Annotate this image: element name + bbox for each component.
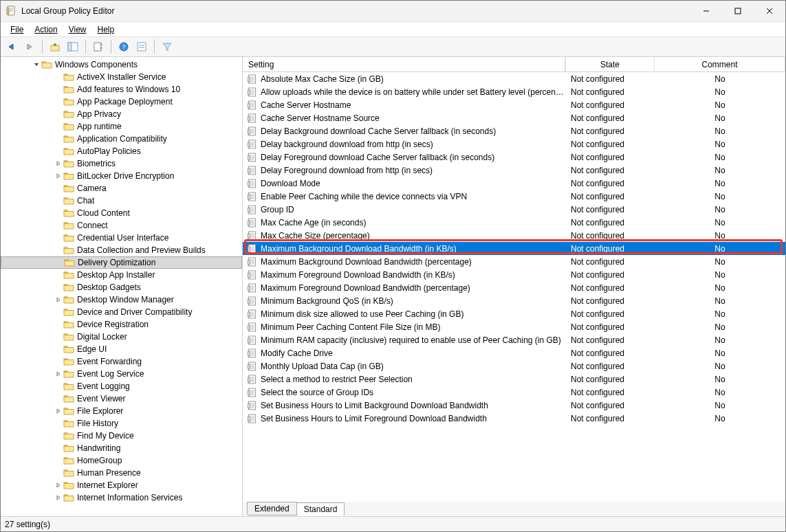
tree-node[interactable]: Chat bbox=[1, 195, 242, 207]
tree-node[interactable]: Biometrics bbox=[1, 157, 242, 170]
tree-node[interactable]: Credential User Interface bbox=[1, 232, 242, 244]
menu-file[interactable]: File bbox=[5, 23, 29, 36]
tree-node[interactable]: BitLocker Drive Encryption bbox=[1, 170, 242, 182]
policy-row[interactable]: Maximum Background Download Bandwidth (i… bbox=[243, 242, 785, 255]
chevron-right-icon[interactable] bbox=[54, 495, 63, 500]
tree-node[interactable]: ActiveX Installer Service bbox=[1, 71, 242, 83]
policy-row[interactable]: Minimum disk size allowed to use Peer Ca… bbox=[243, 307, 785, 320]
policy-row[interactable]: Minimum RAM capacity (inclusive) require… bbox=[243, 333, 785, 346]
tree-node[interactable]: Connect bbox=[1, 219, 242, 232]
policy-row[interactable]: Minimum Background QoS (in KB/s)Not conf… bbox=[243, 294, 785, 307]
policy-row[interactable]: Maximum Foreground Download Bandwidth (p… bbox=[243, 281, 785, 294]
tab-extended[interactable]: Extended bbox=[247, 502, 297, 516]
policy-row[interactable]: Set Business Hours to Limit Background D… bbox=[243, 399, 785, 412]
tab-standard[interactable]: Standard bbox=[296, 502, 345, 516]
tree-node[interactable]: Event Forwarding bbox=[1, 355, 242, 368]
tree-node[interactable]: AutoPlay Policies bbox=[1, 145, 242, 157]
tree-node[interactable]: Delivery Optimization bbox=[1, 256, 242, 269]
chevron-right-icon[interactable] bbox=[54, 161, 63, 166]
app-icon bbox=[6, 5, 17, 16]
policy-row[interactable]: Maximum Background Download Bandwidth (p… bbox=[243, 255, 785, 268]
tree-node[interactable]: Data Collection and Preview Builds bbox=[1, 244, 242, 256]
minimize-button[interactable] bbox=[690, 1, 722, 21]
filter-button[interactable] bbox=[159, 38, 175, 55]
tree-node[interactable]: Event Logging bbox=[1, 380, 242, 392]
menu-action[interactable]: Action bbox=[29, 23, 63, 36]
tree-node[interactable]: Desktop App Installer bbox=[1, 269, 242, 281]
policy-row[interactable]: Delay Foreground download from http (in … bbox=[243, 164, 785, 177]
show-hide-tree-button[interactable] bbox=[65, 38, 81, 55]
chevron-right-icon[interactable] bbox=[54, 371, 63, 377]
policy-row[interactable]: Minimum Peer Caching Content File Size (… bbox=[243, 320, 785, 333]
tree-node[interactable]: Event Log Service bbox=[1, 368, 242, 380]
tree-node[interactable]: Cloud Content bbox=[1, 207, 242, 219]
chevron-down-icon[interactable] bbox=[32, 62, 41, 67]
policy-row[interactable]: Select a method to restrict Peer Selecti… bbox=[243, 373, 785, 386]
policy-row[interactable]: Max Cache Size (percentage)Not configure… bbox=[243, 229, 785, 242]
tree-node-label: Event Log Service bbox=[77, 369, 144, 379]
tree-node[interactable]: Internet Explorer bbox=[1, 479, 242, 491]
properties-button[interactable] bbox=[133, 38, 150, 55]
tree-pane[interactable]: Windows ComponentsActiveX Installer Serv… bbox=[1, 57, 243, 516]
policy-row[interactable]: Enable Peer Caching while the device con… bbox=[243, 190, 785, 203]
col-header-state[interactable]: State bbox=[565, 57, 655, 71]
chevron-right-icon[interactable] bbox=[54, 483, 63, 488]
tree-node-root[interactable]: Windows Components bbox=[1, 58, 242, 71]
folder-icon bbox=[63, 196, 74, 206]
export-button[interactable] bbox=[90, 38, 107, 55]
chevron-right-icon[interactable] bbox=[54, 297, 63, 302]
policy-row[interactable]: Set Business Hours to Limit Foreground D… bbox=[243, 412, 785, 425]
policy-row[interactable]: Modify Cache DriveNot configuredNo bbox=[243, 346, 785, 359]
tree-node[interactable]: Desktop Gadgets bbox=[1, 281, 242, 293]
maximize-button[interactable] bbox=[722, 1, 754, 21]
forward-button[interactable] bbox=[21, 38, 38, 55]
col-header-comment[interactable]: Comment bbox=[655, 57, 785, 71]
chevron-right-icon[interactable] bbox=[54, 173, 63, 179]
tree-node[interactable]: App Privacy bbox=[1, 108, 242, 120]
tree-node[interactable]: App runtime bbox=[1, 120, 242, 133]
chevron-right-icon[interactable] bbox=[54, 408, 63, 414]
tree-node[interactable]: File Explorer bbox=[1, 405, 242, 417]
policy-row[interactable]: Maximum Foreground Download Bandwidth (i… bbox=[243, 268, 785, 281]
policy-row[interactable]: Delay Foreground download Cache Server f… bbox=[243, 151, 785, 164]
policy-row[interactable]: Max Cache Age (in seconds)Not configured… bbox=[243, 216, 785, 229]
close-button[interactable] bbox=[754, 1, 785, 21]
policy-row[interactable]: Cache Server Hostname SourceNot configur… bbox=[243, 111, 785, 124]
cell-comment: No bbox=[655, 322, 785, 332]
help-button[interactable]: ? bbox=[116, 38, 132, 55]
tree-node[interactable]: Find My Device bbox=[1, 430, 242, 442]
tree-node[interactable]: App Package Deployment bbox=[1, 96, 242, 108]
tree-node[interactable]: Desktop Window Manager bbox=[1, 293, 242, 306]
tree-node[interactable]: Digital Locker bbox=[1, 331, 242, 343]
folder-icon bbox=[63, 171, 74, 181]
tree-node[interactable]: Camera bbox=[1, 182, 242, 195]
policy-row[interactable]: Select the source of Group IDsNot config… bbox=[243, 386, 785, 399]
tree-node[interactable]: Device and Driver Compatibility bbox=[1, 306, 242, 318]
policy-row[interactable]: Monthly Upload Data Cap (in GB)Not confi… bbox=[243, 359, 785, 373]
policy-row[interactable]: Absolute Max Cache Size (in GB)Not confi… bbox=[243, 72, 785, 85]
policy-row[interactable]: Delay background download from http (in … bbox=[243, 137, 785, 151]
policy-row[interactable]: Cache Server HostnameNot configuredNo bbox=[243, 98, 785, 111]
col-header-setting[interactable]: Setting bbox=[243, 57, 565, 71]
up-button[interactable] bbox=[47, 38, 63, 55]
policy-row[interactable]: Group IDNot configuredNo bbox=[243, 203, 785, 216]
tree-node[interactable]: HomeGroup bbox=[1, 454, 242, 467]
policy-icon bbox=[247, 113, 258, 124]
tree-node[interactable]: Human Presence bbox=[1, 467, 242, 479]
cell-state: Not configured bbox=[565, 179, 655, 188]
tree-node[interactable]: Device Registration bbox=[1, 318, 242, 331]
tree-node[interactable]: File History bbox=[1, 417, 242, 430]
policy-row[interactable]: Download ModeNot configuredNo bbox=[243, 177, 785, 190]
policy-row[interactable]: Allow uploads while the device is on bat… bbox=[243, 85, 785, 98]
menu-view[interactable]: View bbox=[63, 23, 92, 36]
tree-node[interactable]: Add features to Windows 10 bbox=[1, 83, 242, 96]
tree-node[interactable]: Handwriting bbox=[1, 442, 242, 454]
tree-node[interactable]: Edge UI bbox=[1, 343, 242, 355]
tree-node[interactable]: Event Viewer bbox=[1, 392, 242, 405]
menu-help[interactable]: Help bbox=[92, 23, 120, 36]
tree-node[interactable]: Internet Information Services bbox=[1, 491, 242, 504]
back-button[interactable] bbox=[3, 38, 20, 55]
list-body[interactable]: Absolute Max Cache Size (in GB)Not confi… bbox=[243, 72, 785, 501]
policy-row[interactable]: Delay Background download Cache Server f… bbox=[243, 124, 785, 137]
tree-node[interactable]: Application Compatibility bbox=[1, 133, 242, 145]
